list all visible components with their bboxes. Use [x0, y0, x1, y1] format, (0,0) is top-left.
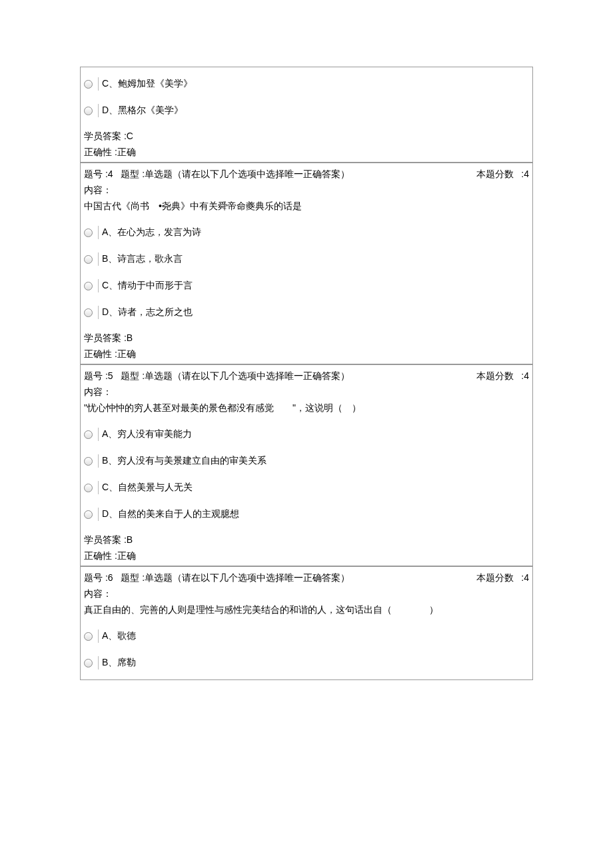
score-label: 本题分数: [476, 169, 514, 179]
option-letter: A: [102, 630, 108, 641]
score-value: :4: [521, 169, 529, 179]
question-type: 题型 :单选题（请在以下几个选项中选择唯一正确答案）: [121, 169, 350, 179]
correctness-value: :正确: [115, 147, 136, 157]
header-left: 题号 :6 题型 :单选题（请在以下几个选项中选择唯一正确答案）: [84, 572, 350, 584]
radio-icon[interactable]: [84, 659, 93, 667]
question-type: 题型 :单选题（请在以下几个选项中选择唯一正确答案）: [121, 572, 350, 583]
option-row: C、情动于中而形于言: [81, 272, 532, 299]
question-header: 题号 :6 题型 :单选题（请在以下几个选项中选择唯一正确答案） 本题分数 :4: [81, 566, 532, 586]
option-row: A、歌德: [81, 623, 532, 650]
header-right: 本题分数 :4: [476, 572, 529, 584]
question-number: 题号 :6: [84, 572, 113, 583]
radio-icon[interactable]: [84, 282, 93, 290]
correctness-label: 正确性: [84, 348, 112, 359]
option-text: D、黑格尔《美学》: [102, 105, 183, 117]
divider-icon: [98, 104, 99, 117]
correctness: 正确性 :正确: [81, 548, 532, 566]
question-block-5: 题号 :5 题型 :单选题（请在以下几个选项中选择唯一正确答案） 本题分数 :4…: [80, 364, 533, 566]
question-number: 题号 :4: [84, 169, 113, 179]
option-letter: C: [102, 280, 109, 290]
content-label: 内容：: [81, 384, 532, 400]
option-row: A、穷人没有审美能力: [81, 421, 532, 448]
option-label: 、席勒: [108, 657, 136, 667]
options-group: A、在心为志，发言为诗 B、诗言志，歌永言 C、情动于中而形于言: [81, 216, 532, 329]
option-row: B、穷人没有与美景建立自由的审美关系: [81, 448, 532, 474]
student-answer: 学员答案 :C: [81, 127, 532, 145]
content-label: 内容：: [81, 586, 532, 602]
question-header: 题号 :4 题型 :单选题（请在以下几个选项中选择唯一正确答案） 本题分数 :4: [81, 163, 532, 183]
option-letter: D: [102, 508, 109, 519]
option-row: A、在心为志，发言为诗: [81, 219, 532, 246]
option-label: 、自然的美来自于人的主观臆想: [109, 508, 239, 519]
radio-icon[interactable]: [84, 107, 93, 115]
student-answer-label: 学员答案: [84, 332, 121, 343]
question-block-4: 题号 :4 题型 :单选题（请在以下几个选项中选择唯一正确答案） 本题分数 :4…: [80, 163, 533, 364]
question-text: 真正自由的、完善的人则是理性与感性完美结合的和谐的人，这句话出自（ ）: [81, 602, 532, 620]
option-label: 、歌德: [108, 630, 136, 641]
option-row: D、自然的美来自于人的主观臆想: [81, 501, 532, 528]
option-text: A、歌德: [102, 630, 136, 642]
radio-icon[interactable]: [84, 632, 93, 641]
option-row: C、自然美景与人无关: [81, 474, 532, 501]
radio-icon[interactable]: [84, 308, 93, 317]
header-right: 本题分数 :4: [476, 370, 529, 382]
option-row: B、诗言志，歌永言: [81, 246, 532, 272]
option-letter: C: [102, 482, 109, 492]
option-text: B、穷人没有与美景建立自由的审美关系: [102, 455, 267, 467]
question-block-6: 题号 :6 题型 :单选题（请在以下几个选项中选择唯一正确答案） 本题分数 :4…: [80, 566, 533, 680]
student-answer-value: :C: [124, 131, 133, 141]
student-answer: 学员答案 :B: [81, 329, 532, 346]
correctness-label: 正确性: [84, 550, 112, 561]
correctness: 正确性 :正确: [81, 145, 532, 162]
option-text: D、自然的美来自于人的主观臆想: [102, 508, 239, 520]
radio-icon[interactable]: [84, 510, 93, 519]
divider-icon: [98, 656, 99, 669]
radio-icon[interactable]: [84, 228, 93, 237]
option-text: B、诗言志，歌永言: [102, 253, 183, 265]
question-number: 题号 :5: [84, 370, 113, 381]
question-header: 题号 :5 题型 :单选题（请在以下几个选项中选择唯一正确答案） 本题分数 :4: [81, 364, 532, 384]
option-letter: D: [102, 105, 109, 115]
divider-icon: [98, 428, 99, 441]
option-text: B、席勒: [102, 657, 136, 669]
option-row: D、诗者，志之所之也: [81, 299, 532, 326]
option-letter: B: [102, 253, 108, 264]
score-label: 本题分数: [476, 572, 514, 583]
divider-icon: [98, 508, 99, 521]
radio-icon[interactable]: [84, 457, 93, 466]
question-type: 题型 :单选题（请在以下几个选项中选择唯一正确答案）: [121, 370, 350, 381]
radio-icon[interactable]: [84, 255, 93, 264]
student-answer-label: 学员答案: [84, 131, 121, 141]
question-text: "忧心忡忡的穷人甚至对最美的景色都没有感觉 "，这说明（ ）: [81, 400, 532, 418]
question-block-partial: C、鲍姆加登《美学》 D、黑格尔《美学》 学员答案 :C 正确性 :正确: [80, 67, 533, 163]
divider-icon: [98, 77, 99, 91]
option-label: 、在心为志，发言为诗: [108, 226, 201, 237]
header-right: 本题分数 :4: [476, 169, 529, 181]
option-letter: D: [102, 306, 109, 317]
correctness-value: :正确: [115, 348, 136, 359]
option-letter: B: [102, 455, 108, 466]
option-text: C、鲍姆加登《美学》: [102, 78, 193, 90]
content-label: 内容：: [81, 183, 532, 199]
score-label: 本题分数: [476, 370, 514, 381]
header-left: 题号 :5 题型 :单选题（请在以下几个选项中选择唯一正确答案）: [84, 370, 350, 382]
correctness: 正确性 :正确: [81, 346, 532, 364]
score-value: :4: [521, 370, 529, 381]
correctness-value: :正确: [115, 550, 136, 561]
option-row: D、黑格尔《美学》: [81, 97, 532, 124]
divider-icon: [98, 454, 99, 468]
divider-icon: [98, 481, 99, 494]
divider-icon: [98, 630, 99, 643]
option-letter: C: [102, 78, 109, 89]
radio-icon[interactable]: [84, 430, 93, 439]
divider-icon: [98, 279, 99, 292]
option-text: C、自然美景与人无关: [102, 482, 193, 494]
question-text: 中国古代《尚书 •尧典》中有关舜帝命夔典乐的话是: [81, 199, 532, 216]
page-container: C、鲍姆加登《美学》 D、黑格尔《美学》 学员答案 :C 正确性 :正确: [0, 0, 613, 680]
option-label: 、诗言志，歌永言: [108, 253, 183, 264]
radio-icon[interactable]: [84, 484, 93, 492]
radio-icon[interactable]: [84, 80, 93, 89]
options-group: C、鲍姆加登《美学》 D、黑格尔《美学》: [81, 67, 532, 127]
divider-icon: [98, 252, 99, 266]
option-label: 、自然美景与人无关: [109, 482, 193, 492]
